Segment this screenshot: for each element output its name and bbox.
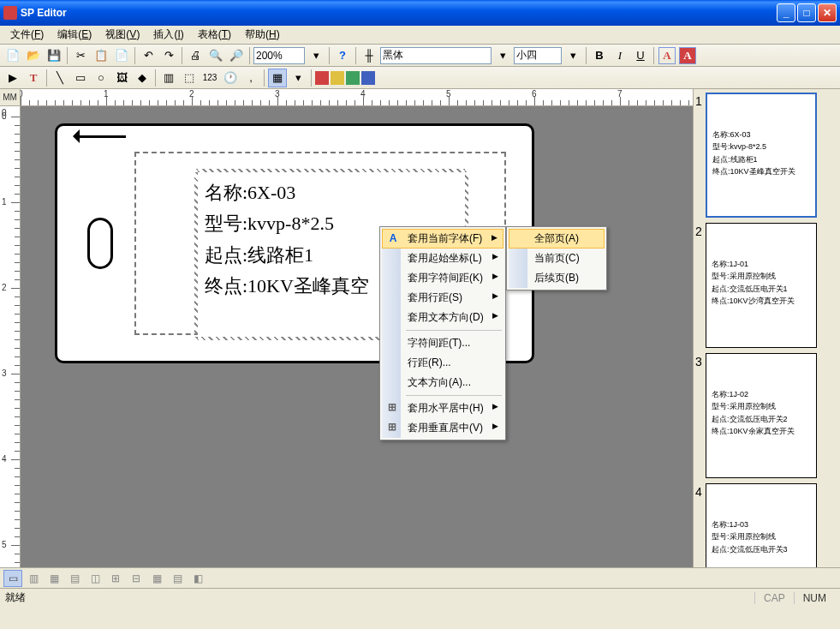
close-button[interactable]: ✕ [818,3,837,22]
bold-button[interactable]: B [590,46,609,65]
redo-button[interactable]: ↷ [159,46,178,65]
tab-button[interactable]: ▭ [3,570,22,587]
tab-button[interactable]: ⊟ [127,570,146,587]
number-tool[interactable]: 123 [200,69,219,87]
toolbar-drawing: ▶ T ╲ ▭ ○ 🖼 ◆ ▥ ⬚ 123 🕐 , ▦ ▾ [0,67,840,89]
thumbnail-item[interactable]: 3名称:1J-02型号:采用原控制线起点:交流低压电开关2终点:10KV余家真空… [695,353,838,478]
arrow-icon [66,129,126,143]
zoom-dropdown[interactable]: ▾ [307,46,325,65]
table-tool[interactable]: ▦ [268,69,287,87]
context-submenu-item[interactable]: 后续页(B) [509,268,605,288]
underline-button[interactable]: U [631,46,650,65]
circle-tool[interactable]: ○ [92,69,110,87]
menu-help[interactable]: 帮助(H) [238,25,287,45]
measure-icon[interactable]: ╫ [360,46,378,65]
italic-button[interactable]: I [611,46,629,65]
context-menu-item[interactable]: 套用水平居中(H)⊞ [382,398,503,418]
paste-button[interactable]: 📄 [112,46,131,65]
thumbnail-item[interactable]: 4名称:1J-03型号:采用原控制线起点:交流低压电开关3 [695,483,838,567]
title-bar: SP Editor _ □ ✕ [0,0,840,26]
tab-button[interactable]: ▦ [45,570,63,587]
context-menu-item[interactable]: 套用行距(S) [382,288,503,308]
save-button[interactable]: 💾 [45,46,63,65]
fill-red[interactable] [315,71,329,85]
context-submenu-item[interactable]: 当前页(C) [509,249,605,268]
maximize-button[interactable]: □ [797,3,816,22]
select-area-tool[interactable]: ⬚ [180,69,199,87]
tab-button[interactable]: ▥ [24,570,43,587]
clock-tool[interactable]: 🕐 [221,69,240,87]
thumbnail-panel[interactable]: 1名称:6X-03型号:kvvp-8*2.5起点:线路柜1终点:10KV圣峰真空… [693,89,840,567]
open-button[interactable]: 📂 [24,46,43,65]
font-size-combo[interactable] [514,47,562,64]
context-menu-item[interactable]: 套用起始坐标(L) [382,249,503,268]
window-controls: _ □ ✕ [777,3,837,22]
tab-button[interactable]: ▦ [147,570,166,587]
menu-table[interactable]: 表格(T) [191,25,238,45]
context-menu-item[interactable]: 套用字符间距(K) [382,268,503,288]
main-area: MM 012345678 0 0123456 名称:6X-03 型号:kvvp-… [0,89,840,567]
zoom-combo[interactable] [253,47,305,64]
size-dropdown[interactable]: ▾ [563,46,582,65]
thumbnail-item[interactable]: 1名称:6X-03型号:kvvp-8*2.5起点:线路柜1终点:10KV圣峰真空… [695,93,838,218]
horizontal-ruler[interactable]: 012345678 [21,89,693,106]
preview-button[interactable]: 🔍 [206,46,225,65]
copy-button[interactable]: 📋 [92,46,110,65]
tab-button[interactable]: ◧ [188,570,207,587]
table-dropdown[interactable]: ▾ [289,69,307,87]
context-menu: 套用当前字体(F)A套用起始坐标(L)套用字符间距(K)套用行距(S)套用文本方… [379,226,506,440]
context-menu-item[interactable]: 文本方向(A)... [382,373,503,392]
tab-button[interactable]: ⊞ [106,570,125,587]
rect-tool[interactable]: ▭ [71,69,90,87]
barcode-tool[interactable]: ▥ [159,69,178,87]
minimize-button[interactable]: _ [777,3,795,22]
text-line[interactable]: 名称:6X-03 [205,177,458,208]
context-menu-item[interactable]: 行距(R)... [382,353,503,373]
tab-button[interactable]: ▤ [168,570,187,587]
toolbar-standard: 📄 📂 💾 ✂ 📋 📄 ↶ ↷ 🖨 🔍 🔎 ▾ ? ╫ ▾ ▾ B I U A … [0,45,840,67]
context-menu-item[interactable]: 套用垂直居中(V)⊞ [382,418,503,438]
fill-blue[interactable] [361,71,375,85]
status-bar: 就绪 CAP NUM [0,588,840,607]
status-num: NUM [794,592,835,604]
vertical-ruler[interactable]: 0 0123456 [0,106,21,567]
status-cap: CAP [754,592,794,604]
new-button[interactable]: 📄 [3,46,22,65]
font-combo[interactable] [380,47,491,64]
line-tool[interactable]: ╲ [51,69,69,87]
pointer-tool[interactable]: ▶ [3,69,22,87]
ruler-corner: MM [0,89,21,106]
help-button[interactable]: ? [333,46,352,65]
menu-edit[interactable]: 编辑(E) [51,25,98,45]
context-submenu-item[interactable]: 全部页(A) [509,229,605,249]
shape-tool[interactable]: ◆ [133,69,152,87]
context-menu-item[interactable]: 字符间距(T)... [382,333,503,353]
bottom-toolbar: ▭ ▥ ▦ ▤ ◫ ⊞ ⊟ ▦ ▤ ◧ [0,567,840,588]
undo-button[interactable]: ↶ [139,46,158,65]
context-submenu: 全部页(A)当前页(C)后续页(B) [506,226,607,291]
status-text: 就绪 [5,590,754,605]
highlight-button[interactable]: A [678,46,697,65]
window-title: SP Editor [21,7,777,19]
font-dropdown[interactable]: ▾ [493,46,512,65]
cut-button[interactable]: ✂ [71,46,90,65]
canvas[interactable]: 名称:6X-03 型号:kvvp-8*2.5 起点:线路柜1 终点:10KV圣峰… [21,106,693,567]
tab-button[interactable]: ▤ [65,570,84,587]
text-color-button[interactable]: A [658,46,676,65]
thumbnail-item[interactable]: 2名称:1J-01型号:采用原控制线起点:交流低压电开关1终点:10KV沙湾真空… [695,223,838,348]
print-button[interactable]: 🖨 [186,46,205,65]
tag-hole [87,218,113,269]
menu-insert[interactable]: 插入(I) [146,25,190,45]
tab-button[interactable]: ◫ [86,570,104,587]
context-menu-item[interactable]: 套用当前字体(F)A [382,229,503,249]
text-tool[interactable]: T [24,69,43,87]
find-button[interactable]: 🔎 [227,46,246,65]
fill-yellow[interactable] [331,71,344,85]
image-tool[interactable]: 🖼 [112,69,131,87]
menu-bar: 文件(F) 编辑(E) 视图(V) 插入(I) 表格(T) 帮助(H) [0,26,840,45]
fill-green[interactable] [346,71,360,85]
comma-tool[interactable]: , [241,69,260,87]
context-menu-item[interactable]: 套用文本方向(D) [382,308,503,327]
menu-view[interactable]: 视图(V) [98,25,146,45]
menu-file[interactable]: 文件(F) [3,25,51,45]
